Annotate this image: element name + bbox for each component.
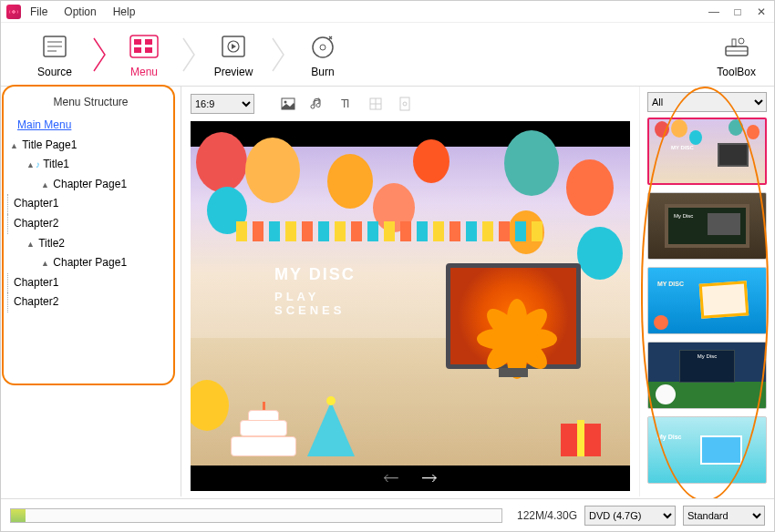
maximize-button[interactable]: □: [730, 5, 745, 18]
tab-source-label: Source: [19, 66, 90, 78]
menu-icon: [108, 31, 180, 62]
svg-rect-6: [145, 39, 152, 45]
tab-burn[interactable]: Burn: [287, 31, 358, 78]
tab-toolbox[interactable]: ToolBox: [717, 31, 756, 78]
chevron-icon: [269, 36, 287, 73]
tree-title1[interactable]: ▲♪ Title1: [5, 155, 177, 175]
tree-main-menu[interactable]: Main Menu: [5, 116, 177, 136]
template-thumb-1[interactable]: MY DISC: [647, 118, 767, 185]
aspect-ratio-select[interactable]: 16:9: [191, 94, 254, 114]
toolbox-icon: [717, 31, 756, 62]
chevron-icon: [180, 36, 198, 73]
tree-title-page1[interactable]: ▲ Title Page1: [5, 136, 177, 156]
tree-chapter1a[interactable]: Chapter1: [7, 194, 177, 214]
next-page-button[interactable]: 🡒: [421, 469, 438, 488]
tree-chapter2b[interactable]: Chapter2: [7, 292, 177, 312]
tree-chapter-page1a[interactable]: ▲ Chapter Page1: [5, 175, 177, 195]
page-tool-icon[interactable]: [397, 96, 413, 112]
svg-point-13: [320, 45, 326, 50]
tree-title2[interactable]: ▲ Title2: [5, 234, 177, 254]
menu-video-frame[interactable]: [446, 263, 581, 369]
disc-type-select[interactable]: DVD (4.7G): [584, 506, 676, 526]
template-thumb-5[interactable]: My Disc: [647, 416, 767, 484]
chevron-icon: [90, 36, 108, 73]
burn-icon: [287, 31, 358, 62]
tab-menu[interactable]: Menu: [108, 31, 180, 78]
svg-rect-4: [130, 36, 158, 57]
tab-preview-label: Preview: [198, 66, 269, 78]
decoration-gift: [561, 424, 601, 456]
template-thumb-4[interactable]: My Disc: [647, 342, 767, 409]
menu-text-block[interactable]: MY DISC PLAY SCENES: [274, 265, 356, 317]
close-button[interactable]: ✕: [754, 5, 769, 18]
menu-preview[interactable]: MY DISC PLAY SCENES: [191, 121, 630, 491]
svg-point-17: [739, 38, 744, 44]
preview-icon: [198, 31, 269, 62]
tab-preview[interactable]: Preview: [198, 31, 269, 78]
image-tool-icon[interactable]: [280, 96, 296, 112]
tab-toolbox-label: ToolBox: [717, 66, 756, 78]
menu-scenes-text: SCENES: [274, 303, 356, 317]
menu-option[interactable]: Option: [64, 5, 96, 18]
tree-chapter2a[interactable]: Chapter2: [7, 214, 177, 234]
svg-rect-5: [134, 39, 141, 45]
svg-point-12: [313, 37, 333, 57]
prev-page-button[interactable]: 🡐: [383, 469, 399, 488]
template-filter-select[interactable]: All: [647, 92, 767, 112]
tree-chapter-page1b[interactable]: ▲ Chapter Page1: [5, 253, 177, 273]
svg-rect-16: [732, 39, 736, 46]
decoration-partyhat: [307, 402, 355, 456]
menu-play-text: PLAY: [274, 290, 356, 303]
disc-size-progress: [10, 508, 502, 523]
disc-size-text: 122M/4.30G: [517, 509, 577, 522]
quality-select[interactable]: Standard: [683, 506, 765, 526]
source-icon: [19, 31, 90, 62]
svg-rect-7: [134, 47, 141, 53]
svg-point-19: [284, 101, 287, 104]
tab-source[interactable]: Source: [19, 31, 90, 78]
template-thumb-2[interactable]: My Disc: [647, 192, 767, 260]
template-thumb-3[interactable]: MY DISC: [647, 267, 767, 334]
svg-marker-11: [232, 44, 236, 49]
app-icon: [6, 5, 21, 19]
svg-rect-8: [145, 47, 152, 53]
music-tool-icon[interactable]: [309, 96, 326, 112]
sidebar-header: Menu Structure: [5, 92, 177, 116]
menu-help[interactable]: Help: [113, 5, 136, 18]
tree-chapter1b[interactable]: Chapter1: [7, 273, 177, 293]
svg-rect-25: [400, 97, 409, 110]
minimize-button[interactable]: —: [707, 5, 721, 18]
tab-menu-label: Menu: [108, 66, 180, 78]
decoration-cake: [231, 411, 296, 456]
svg-text:I: I: [346, 97, 349, 110]
tab-burn-label: Burn: [287, 66, 358, 78]
text-tool-icon[interactable]: TI: [338, 96, 355, 112]
svg-point-26: [403, 102, 407, 106]
menu-file[interactable]: File: [30, 5, 47, 18]
menu-title-text: MY DISC: [274, 265, 356, 284]
grid-tool-icon[interactable]: [367, 96, 384, 112]
